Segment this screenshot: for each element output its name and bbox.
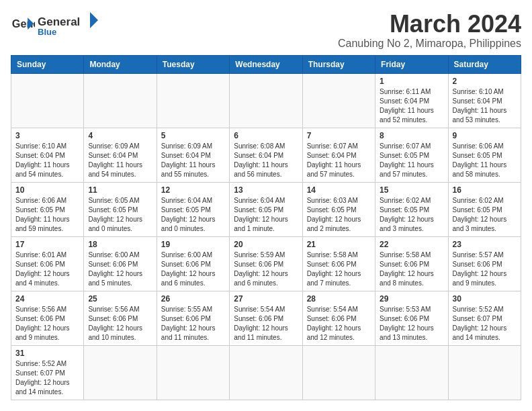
empty-cell [84,345,157,400]
month-title: March 2024 [338,11,521,38]
day-11: 11 Sunrise: 6:05 AMSunset: 6:05 PMDaylig… [84,182,157,236]
day-13: 13 Sunrise: 6:04 AMSunset: 6:05 PMDaylig… [230,182,302,236]
title-area: March 2024 Canubing No 2, Mimaropa, Phil… [338,11,521,50]
day-6: 6 Sunrise: 6:08 AMSunset: 6:04 PMDayligh… [230,128,302,182]
day-7: 7 Sunrise: 6:07 AMSunset: 6:04 PMDayligh… [302,128,375,182]
day-22: 22 Sunrise: 5:58 AMSunset: 6:06 PMDaylig… [375,236,448,291]
empty-cell [157,73,229,128]
header-monday: Monday [84,55,157,73]
header-sunday: Sunday [11,55,84,73]
empty-cell [11,73,84,128]
location-title: Canubing No 2, Mimaropa, Philippines [338,38,521,50]
day-30: 30 Sunrise: 5:52 AMSunset: 6:07 PMDaylig… [448,291,521,345]
week-row-5: 24 Sunrise: 5:56 AMSunset: 6:06 PMDaylig… [11,291,521,345]
day-4: 4 Sunrise: 6:09 AMSunset: 6:04 PMDayligh… [84,128,157,182]
empty-cell [157,345,229,400]
day-23: 23 Sunrise: 5:57 AMSunset: 6:06 PMDaylig… [448,236,521,291]
logo-icon: General [11,13,35,37]
day-31: 31 Sunrise: 5:52 AMSunset: 6:07 PMDaylig… [11,345,84,400]
header-thursday: Thursday [302,55,375,73]
day-29: 29 Sunrise: 5:53 AMSunset: 6:06 PMDaylig… [375,291,448,345]
day-2: 2 Sunrise: 6:10 AMSunset: 6:04 PMDayligh… [448,73,521,128]
empty-cell [302,73,375,128]
day-14: 14 Sunrise: 6:03 AMSunset: 6:05 PMDaylig… [302,182,375,236]
day-27: 27 Sunrise: 5:54 AMSunset: 6:06 PMDaylig… [230,291,302,345]
week-row-2: 3 Sunrise: 6:10 AMSunset: 6:04 PMDayligh… [11,128,521,182]
day-21: 21 Sunrise: 5:58 AMSunset: 6:06 PMDaylig… [302,236,375,291]
empty-cell [84,73,157,128]
day-15: 15 Sunrise: 6:02 AMSunset: 6:05 PMDaylig… [375,182,448,236]
week-row-3: 10 Sunrise: 6:06 AMSunset: 6:05 PMDaylig… [11,182,521,236]
header-tuesday: Tuesday [157,55,229,73]
generalblue-logo: General Blue [38,11,98,36]
day-24: 24 Sunrise: 5:56 AMSunset: 6:06 PMDaylig… [11,291,84,345]
day-10: 10 Sunrise: 6:06 AMSunset: 6:05 PMDaylig… [11,182,84,236]
empty-cell [230,73,302,128]
header-wednesday: Wednesday [230,55,302,73]
calendar: Sunday Monday Tuesday Wednesday Thursday… [11,55,521,400]
day-3: 3 Sunrise: 6:10 AMSunset: 6:04 PMDayligh… [11,128,84,182]
empty-cell [302,345,375,400]
empty-cell [375,345,448,400]
empty-cell [448,345,521,400]
svg-text:Blue: Blue [38,27,56,36]
day-9: 9 Sunrise: 6:06 AMSunset: 6:05 PMDayligh… [448,128,521,182]
day-20: 20 Sunrise: 5:59 AMSunset: 6:06 PMDaylig… [230,236,302,291]
week-row-1: 1 Sunrise: 6:11 AMSunset: 6:04 PMDayligh… [11,73,521,128]
weekday-header-row: Sunday Monday Tuesday Wednesday Thursday… [11,55,521,73]
day-12: 12 Sunrise: 6:04 AMSunset: 6:05 PMDaylig… [157,182,229,236]
day-16: 16 Sunrise: 6:02 AMSunset: 6:05 PMDaylig… [448,182,521,236]
week-row-6: 31 Sunrise: 5:52 AMSunset: 6:07 PMDaylig… [11,345,521,400]
header-friday: Friday [375,55,448,73]
week-row-4: 17 Sunrise: 6:01 AMSunset: 6:06 PMDaylig… [11,236,521,291]
svg-marker-4 [90,12,98,28]
header-saturday: Saturday [448,55,521,73]
day-1: 1 Sunrise: 6:11 AMSunset: 6:04 PMDayligh… [375,73,448,128]
header: General General Blue March 2024 Canubing… [11,11,521,50]
empty-cell [230,345,302,400]
day-8: 8 Sunrise: 6:07 AMSunset: 6:05 PMDayligh… [375,128,448,182]
day-5: 5 Sunrise: 6:09 AMSunset: 6:04 PMDayligh… [157,128,229,182]
day-18: 18 Sunrise: 6:00 AMSunset: 6:06 PMDaylig… [84,236,157,291]
day-19: 19 Sunrise: 6:00 AMSunset: 6:06 PMDaylig… [157,236,229,291]
day-17: 17 Sunrise: 6:01 AMSunset: 6:06 PMDaylig… [11,236,84,291]
day-28: 28 Sunrise: 5:54 AMSunset: 6:06 PMDaylig… [302,291,375,345]
day-25: 25 Sunrise: 5:56 AMSunset: 6:06 PMDaylig… [84,291,157,345]
day-26: 26 Sunrise: 5:55 AMSunset: 6:06 PMDaylig… [157,291,229,345]
logo: General General Blue [11,11,98,39]
